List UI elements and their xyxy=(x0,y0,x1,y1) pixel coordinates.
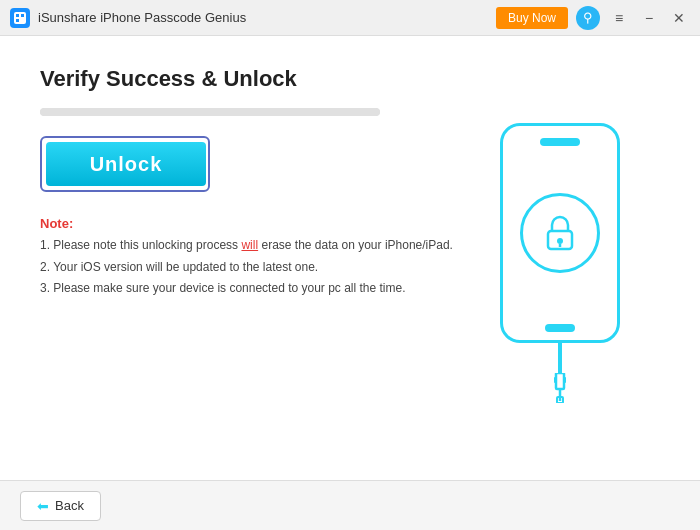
back-arrow-icon: ⬅ xyxy=(37,498,49,514)
back-button[interactable]: ⬅ Back xyxy=(20,491,101,521)
lock-icon xyxy=(540,211,580,255)
menu-icon: ≡ xyxy=(615,10,623,26)
left-panel: Verify Success & Unlock Unlock Note: 1. … xyxy=(40,66,460,460)
progress-bar xyxy=(40,108,380,116)
svg-rect-0 xyxy=(14,12,26,24)
menu-button[interactable]: ≡ xyxy=(608,7,630,29)
note-item-2: 2. Your iOS version will be updated to t… xyxy=(40,257,460,279)
unlock-button[interactable]: Unlock xyxy=(46,142,206,186)
minimize-button[interactable]: − xyxy=(638,7,660,29)
bottom-bar: ⬅ Back xyxy=(0,480,700,530)
svg-rect-2 xyxy=(21,14,24,17)
svg-rect-1 xyxy=(16,14,19,17)
svg-rect-8 xyxy=(554,377,557,383)
page-heading: Verify Success & Unlock xyxy=(40,66,460,92)
usb-connector-icon xyxy=(550,373,570,403)
svg-rect-9 xyxy=(563,377,566,383)
phone-body xyxy=(500,123,620,343)
svg-point-5 xyxy=(557,238,563,244)
unlock-button-wrapper: Unlock xyxy=(40,136,210,192)
svg-rect-3 xyxy=(16,19,19,22)
note-label: Note: xyxy=(40,216,460,231)
right-panel xyxy=(460,66,660,460)
note-section: Note: 1. Please note this unlocking proc… xyxy=(40,216,460,300)
progress-bar-fill xyxy=(40,108,380,116)
phone-notch xyxy=(540,138,580,146)
search-icon: ⚲ xyxy=(583,10,593,25)
minimize-icon: − xyxy=(645,10,653,26)
main-content: Verify Success & Unlock Unlock Note: 1. … xyxy=(0,36,700,480)
search-button[interactable]: ⚲ xyxy=(576,6,600,30)
app-icon xyxy=(10,8,30,28)
cable-line xyxy=(558,343,562,373)
usb-cable xyxy=(550,343,570,403)
app-title: iSunshare iPhone Passcode Genius xyxy=(38,10,496,25)
note-item-1: 1. Please note this unlocking process wi… xyxy=(40,235,460,257)
back-label: Back xyxy=(55,498,84,513)
phone-lock-circle xyxy=(520,193,600,273)
svg-rect-7 xyxy=(556,373,564,389)
phone-illustration xyxy=(500,123,620,403)
close-icon: ✕ xyxy=(673,10,685,26)
title-bar: iSunshare iPhone Passcode Genius Buy Now… xyxy=(0,0,700,36)
note-item-3: 3. Please make sure your device is conne… xyxy=(40,278,460,300)
highlight-will: will xyxy=(241,238,258,252)
close-button[interactable]: ✕ xyxy=(668,7,690,29)
phone-home-indicator xyxy=(545,324,575,332)
title-bar-controls: Buy Now ⚲ ≡ − ✕ xyxy=(496,6,690,30)
buy-now-button[interactable]: Buy Now xyxy=(496,7,568,29)
